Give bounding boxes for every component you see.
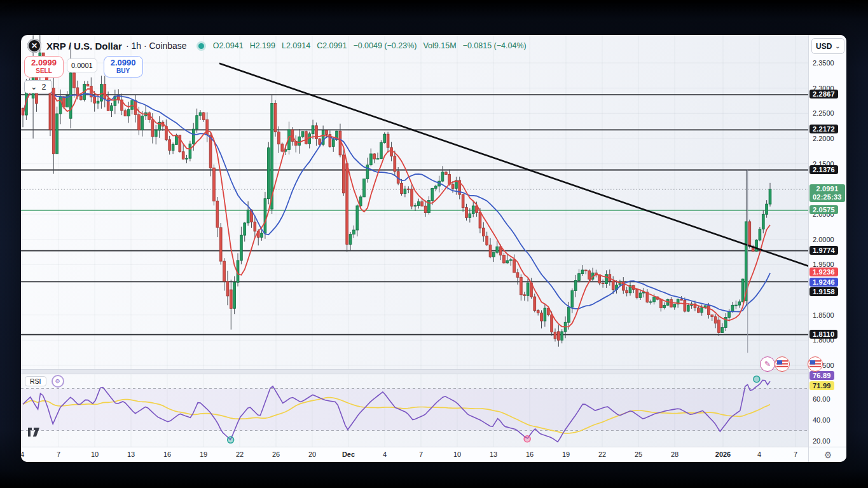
time-tick-label: 25 <box>635 451 642 458</box>
price-tick-label: 2.2000 <box>813 135 834 142</box>
rsi-value-badge: 76.89 <box>809 371 834 380</box>
buy-label: BUY <box>116 67 130 75</box>
descending-trendline <box>219 64 809 266</box>
green-level-label: 2.0575 <box>809 205 838 214</box>
time-tick-label: 13 <box>490 451 497 458</box>
time-tick-label: 22 <box>236 451 244 458</box>
time-tick-label: 13 <box>127 451 135 458</box>
time-tick-label: 7 <box>794 451 797 458</box>
market-open-dot-icon <box>198 43 204 49</box>
chart-window: ✕ XRP / U.S. Dollar · 1h · Coinbase O2.0… <box>21 35 846 462</box>
sell-button[interactable]: 2.0999 SELL <box>24 56 64 78</box>
chevron-down-icon: ⌄ <box>835 43 840 50</box>
currency-label: USD <box>816 42 832 51</box>
level-price-label: 2.2172 <box>809 125 838 133</box>
rsi-tick-label: 20.00 <box>813 437 830 445</box>
legend-change: −0.0049 (−0.23%) <box>353 41 417 50</box>
spread-value: 0.0001 <box>67 58 97 72</box>
time-tick-label: 28 <box>671 451 679 458</box>
rsi-tick-label: 40.00 <box>813 416 830 424</box>
rsi-settings-gear-icon[interactable]: ⚙ <box>52 375 64 388</box>
pane-divider[interactable] <box>21 369 808 374</box>
time-tick-label: 19 <box>562 451 570 458</box>
time-tick-label: 4 <box>757 451 761 458</box>
last-price-label: 2.099102:25:33 <box>809 184 845 202</box>
xrp-logo-icon: ✕ <box>27 39 41 53</box>
time-tick-label: 10 <box>453 451 461 458</box>
time-tick-label: 19 <box>200 451 207 458</box>
ohlc-legend: O2.0941 H2.199 L2.0914 C2.0991 −0.0049 (… <box>213 41 527 50</box>
time-tick-label: 10 <box>91 451 99 458</box>
ma-value-label: 1.9246 <box>809 278 838 287</box>
buy-price: 2.0990 <box>111 58 136 67</box>
drawing-pencil-icon[interactable]: ✎ <box>760 356 775 372</box>
legend-high: H2.199 <box>250 41 275 50</box>
currency-selector[interactable]: USD ⌄ <box>811 38 844 54</box>
buy-button[interactable]: 2.0990 BUY <box>104 56 143 78</box>
symbol-meta[interactable]: · 1h · Coinbase <box>126 41 187 51</box>
sell-label: SELL <box>36 67 52 75</box>
price-tick-label: 2.3500 <box>813 59 834 67</box>
time-axis[interactable]: 4710131619222620Dec471013161922252820264… <box>21 447 808 462</box>
chevron-down-icon: ⌄ <box>31 82 37 92</box>
object-tree-collapse-button[interactable]: ⌄ 2 <box>24 80 52 93</box>
level-price-label: 1.9774 <box>809 246 838 255</box>
time-tick-label: Dec <box>342 451 355 458</box>
price-tick-label: 2.0000 <box>813 236 834 243</box>
rsi-value-badge: 71.99 <box>809 381 834 390</box>
rsi-controls: RSI ⚙ <box>25 375 64 388</box>
time-tick-label: 26 <box>272 451 280 458</box>
time-tick-label: 4 <box>21 451 24 458</box>
time-tick-label: 22 <box>598 451 606 458</box>
rsi-signal-marker <box>524 436 530 442</box>
price-axis[interactable]: USD ⌄ 2.35002.30002.25002.20002.15002.05… <box>808 35 846 447</box>
level-price-label: 2.1376 <box>809 165 838 174</box>
chart-header: ✕ XRP / U.S. Dollar · 1h · Coinbase O2.0… <box>27 39 527 53</box>
chart-canvas[interactable] <box>21 35 846 462</box>
trade-buttons: 2.0999 SELL 0.0001 2.0990 BUY <box>24 56 143 78</box>
legend-low: L2.0914 <box>282 41 310 50</box>
time-tick-label: 16 <box>526 451 534 458</box>
rsi-tick-label: 60.00 <box>813 395 830 403</box>
axis-settings-corner[interactable]: ⚙ <box>808 447 846 462</box>
event-icons: ✎ <box>760 356 823 372</box>
time-tick-label: 7 <box>57 451 60 458</box>
us-event-flag-icon-2[interactable] <box>808 356 823 372</box>
ma-slow-line <box>23 83 770 312</box>
legend-volume-change: −0.0815 (−4.04%) <box>463 41 527 50</box>
time-tick-label: 16 <box>163 451 171 458</box>
symbol-title[interactable]: XRP / U.S. Dollar <box>46 41 122 51</box>
time-tick-label: 2026 <box>715 451 731 458</box>
ma-value-label: 1.9236 <box>809 268 838 276</box>
gear-icon: ⚙ <box>824 450 832 460</box>
rsi-signal-marker <box>754 376 760 383</box>
legend-close: C2.0991 <box>317 41 347 50</box>
us-flag-graphic <box>809 358 821 370</box>
time-tick-label: 20 <box>308 451 316 458</box>
price-tick-label: 1.8500 <box>813 311 834 319</box>
level-price-label: 2.2867 <box>809 90 838 98</box>
gridlines <box>21 35 808 447</box>
collapse-count: 2 <box>41 83 46 92</box>
legend-volume: Vol9.15M <box>423 41 456 50</box>
rsi-pane <box>21 376 808 444</box>
price-tick-label: 2.2500 <box>813 109 834 117</box>
level-price-label: 1.8110 <box>809 330 837 339</box>
price-pane <box>21 35 809 353</box>
level-price-label: 1.9158 <box>809 287 838 296</box>
us-event-flag-icon[interactable] <box>775 356 790 372</box>
time-tick-label: 7 <box>419 451 423 458</box>
rsi-signal-marker <box>228 437 234 443</box>
tradingview-logo[interactable] <box>27 426 45 440</box>
time-tick-label: 4 <box>383 451 387 458</box>
sell-price: 2.0999 <box>31 58 57 67</box>
us-flag-graphic <box>776 358 788 370</box>
rsi-indicator-label[interactable]: RSI <box>25 376 46 386</box>
legend-open: O2.0941 <box>213 41 244 50</box>
tradingview-logo-graphic <box>27 426 45 438</box>
